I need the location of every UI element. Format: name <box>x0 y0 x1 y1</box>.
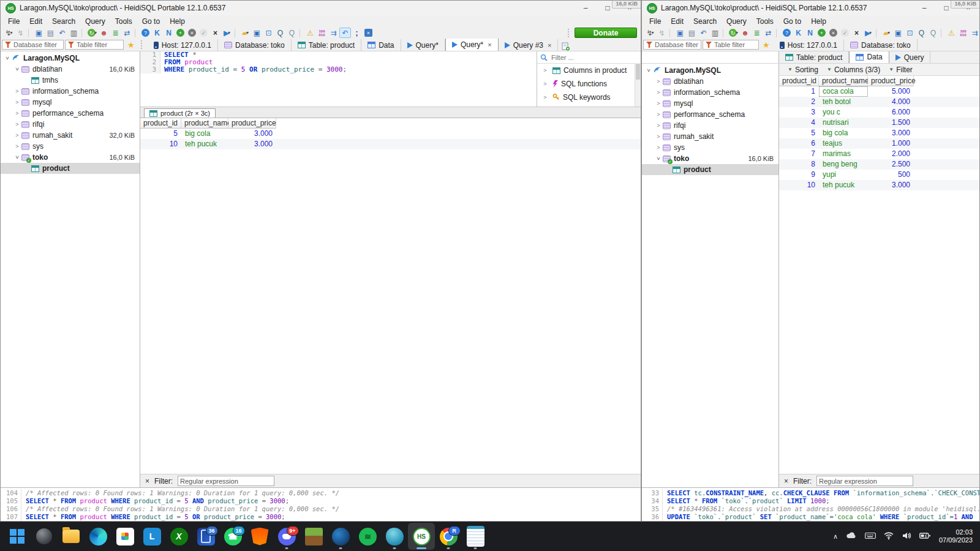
new-query-tab-button[interactable] <box>558 42 573 51</box>
grid-cell[interactable]: 3 <box>779 107 819 118</box>
menu-help[interactable]: Help <box>806 15 831 27</box>
taskbar-whatsapp-button[interactable]: ☎16 <box>219 523 246 550</box>
grid-cell[interactable]: 3.000 <box>228 129 276 139</box>
dropdown-caret-icon[interactable]: ▾ <box>736 30 738 36</box>
dropdown-caret-icon[interactable]: ▾ <box>652 30 654 36</box>
reconnect-button[interactable]: ⇄ <box>121 28 133 38</box>
grid-filter-input[interactable] <box>816 476 913 486</box>
menu-help[interactable]: Help <box>165 15 190 27</box>
grid-cell[interactable]: 2.500 <box>868 159 914 170</box>
grid-cell[interactable]: nutrisari <box>819 118 868 128</box>
database-filter-input[interactable]: Database filter <box>643 40 701 50</box>
tree-item-product[interactable]: product16,0 KiB <box>642 164 778 175</box>
grid-cell[interactable]: 4 <box>779 118 819 128</box>
dropdown-caret-icon[interactable]: ▾ <box>869 30 872 36</box>
dropdown-caret-icon[interactable]: ▾ <box>94 30 97 36</box>
monitor-button[interactable]: ⊡ <box>904 28 916 38</box>
grid-cell[interactable]: 500 <box>868 170 914 180</box>
menu-query[interactable]: Query <box>80 15 110 27</box>
helper-filter[interactable] <box>537 51 641 64</box>
taskbar-laragon-button[interactable]: L <box>138 523 165 550</box>
menu-go-to[interactable]: Go to <box>778 15 806 27</box>
menu-edit[interactable]: Edit <box>24 15 47 27</box>
tree-item-rifqi[interactable]: >rifqi <box>1 119 140 130</box>
grid-cell[interactable]: 3.000 <box>868 180 914 190</box>
helper-item-sql-keywords[interactable]: >SQL keywords <box>537 91 641 104</box>
user-manager-button[interactable]: ☻ <box>98 28 110 38</box>
wifi-icon[interactable] <box>884 531 894 542</box>
tree-item-rumah-sakit[interactable]: >rumah_sakit32,0 KiB <box>1 130 140 141</box>
grid-cell[interactable]: 1 <box>779 86 819 97</box>
dropdown-caret-icon[interactable]: ▾ <box>10 30 13 36</box>
menu-edit[interactable]: Edit <box>666 15 688 27</box>
scrollbar-thumb[interactable] <box>636 64 640 80</box>
touch-keyboard-icon[interactable] <box>865 532 876 541</box>
grid-cell[interactable]: beng beng <box>819 159 868 170</box>
taskbar-start-button[interactable] <box>4 523 31 550</box>
help-button[interactable]: ? <box>781 28 793 38</box>
taskbar-clock[interactable]: 02:03 07/09/2023 <box>939 528 973 544</box>
reformat-button[interactable]: ⇉ <box>328 28 339 38</box>
taskbar-teal-app-button[interactable] <box>381 523 408 550</box>
grid-cell[interactable]: 3.000 <box>868 128 914 138</box>
binary-view-button[interactable]: 100010 <box>316 28 328 38</box>
find-button[interactable]: Q <box>916 28 927 38</box>
database-filter-input[interactable]: Database filter <box>2 40 64 50</box>
run-query-button[interactable]: ▶▾ <box>221 28 233 38</box>
tree-item-laragon-mysql[interactable]: >Laragon.MySQL <box>1 53 140 64</box>
onedrive-cloud-icon[interactable] <box>846 532 857 541</box>
grid-cell[interactable]: 6 <box>779 138 819 149</box>
save-button[interactable]: ▣ <box>251 28 263 38</box>
clear-filter-icon[interactable]: × <box>784 477 788 485</box>
menu-file[interactable]: File <box>3 15 24 27</box>
tree-item-mysql[interactable]: >mysql <box>1 97 140 108</box>
cancel-button[interactable]: × <box>827 28 839 38</box>
sorting-dropdown[interactable]: ▼Sorting <box>788 66 818 74</box>
tab-query[interactable]: Query <box>889 51 931 63</box>
tab-host-127-0-0-1[interactable]: Host: 127.0.0.1 <box>148 39 218 51</box>
stop-button[interactable]: × <box>851 28 862 38</box>
columns-dropdown[interactable]: ▼Columns (3/3) <box>827 66 880 74</box>
grid-cell[interactable]: teh botol <box>819 97 868 107</box>
tab-table-product[interactable]: Table: product <box>779 51 849 63</box>
column-header-product-name[interactable]: product_name <box>181 118 228 129</box>
tree-item-laragon-mysql[interactable]: >Laragon.MySQL <box>642 65 778 76</box>
menu-tools[interactable]: Tools <box>110 15 137 27</box>
clear-filter-icon[interactable]: × <box>145 477 149 485</box>
grid-cell[interactable]: big cola <box>181 129 228 139</box>
taskbar-microsoft-store-button[interactable] <box>111 523 138 550</box>
tree-item-sys[interactable]: >sys <box>642 142 778 153</box>
grid-cell[interactable]: 7 <box>779 149 819 159</box>
reformat-button[interactable]: ⇉ <box>969 28 979 38</box>
column-header-product-id[interactable]: product_id <box>779 76 819 86</box>
dropdown-caret-icon[interactable]: ▾ <box>888 30 890 36</box>
tree-item-mysql[interactable]: >mysql <box>642 98 778 109</box>
disconnect-button[interactable]: ↯ <box>15 28 26 38</box>
grid-cell[interactable]: 9 <box>779 170 819 180</box>
taskbar-notes-button[interactable] <box>462 523 489 550</box>
print-button[interactable]: ▥ <box>709 28 721 38</box>
tab-data[interactable]: Data <box>361 39 401 51</box>
grid-cell[interactable]: 2 <box>779 97 819 107</box>
table-filter-input[interactable]: Table filter <box>65 40 124 50</box>
favorites-star-icon[interactable]: ★ <box>127 40 135 50</box>
grid-cell[interactable]: 5 <box>140 129 181 139</box>
user-manager-button[interactable]: ☻ <box>739 28 751 38</box>
semicolon-button[interactable]: ; <box>351 28 363 38</box>
tray-overflow-chevron-icon[interactable]: ∧ <box>833 533 838 541</box>
tree-item-dblatihan[interactable]: >dblatihan <box>642 76 778 87</box>
tab-table-product[interactable]: Table: product <box>292 39 361 51</box>
grid-cell[interactable]: 2.000 <box>868 149 914 159</box>
close-tab-icon[interactable]: × <box>548 42 551 49</box>
result-tab[interactable]: product (2r × 3c) <box>144 108 216 118</box>
taskbar-chrome-button[interactable]: R <box>435 523 462 550</box>
refresh-button[interactable]: ↻▾ <box>86 28 98 38</box>
filter-dropdown[interactable]: ▼Filter <box>889 66 913 74</box>
tree-item-information-schema[interactable]: >information_schema <box>642 87 778 98</box>
grid-cell[interactable]: 1.000 <box>868 138 914 149</box>
open-file-button[interactable]: ▰▾ <box>239 28 251 38</box>
paste-button[interactable]: ▤ <box>686 28 698 38</box>
tree-item-toko[interactable]: >toko16,0 KiB <box>642 153 778 164</box>
post-button[interactable]: ✓ <box>839 28 851 38</box>
tab-query[interactable]: Query* <box>401 39 445 51</box>
